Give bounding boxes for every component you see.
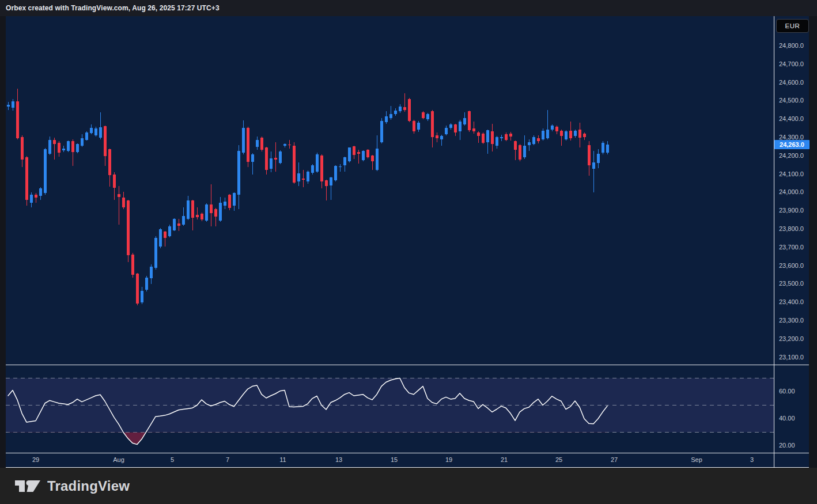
candle-body: [141, 291, 143, 302]
candle-body: [514, 141, 517, 150]
candle-body: [118, 194, 120, 197]
price-axis-label: 24,200.0: [779, 152, 804, 159]
candle-body: [537, 138, 540, 141]
candle-body: [592, 162, 595, 169]
time-axis-label: 13: [321, 456, 356, 463]
candle-body: [177, 223, 180, 225]
candle-body: [325, 180, 328, 186]
candle-body: [53, 140, 56, 144]
rsi-axis-label: 40.00: [779, 415, 795, 422]
candle-body: [279, 151, 282, 163]
price-axis-label: 23,800.0: [779, 225, 804, 232]
candle-body: [366, 150, 369, 157]
candle-body: [205, 204, 208, 221]
candle-body: [542, 131, 544, 139]
candle-body: [187, 200, 190, 218]
candle-body: [394, 111, 397, 115]
candle-body: [454, 124, 457, 132]
price-and-rsi-chart[interactable]: [6, 16, 809, 468]
candle-body: [532, 137, 535, 143]
candle-body: [413, 121, 415, 131]
time-axis-label: 27: [597, 456, 631, 463]
candle-body: [228, 195, 231, 208]
candle-body: [247, 128, 249, 162]
candle-body: [353, 146, 355, 154]
candle-wick: [340, 164, 341, 172]
price-axis-label: 23,900.0: [779, 207, 804, 214]
candle-body: [196, 215, 199, 218]
candle-body: [293, 146, 296, 182]
time-axis-label: 21: [487, 456, 521, 463]
candle-body: [389, 114, 392, 118]
candle-body: [131, 255, 134, 275]
candle-body: [122, 198, 125, 207]
tradingview-logo-icon[interactable]: [14, 478, 41, 494]
rsi-axis-label: 20.00: [779, 442, 795, 449]
candle-body: [164, 232, 167, 238]
time-axis-label: 3: [735, 456, 769, 463]
candle-body: [30, 195, 33, 203]
price-axis-label: 23,500.0: [779, 280, 804, 287]
candle-body: [449, 124, 452, 127]
candle-body: [35, 195, 37, 198]
candle-body: [104, 126, 107, 156]
currency-badge[interactable]: EUR: [776, 19, 809, 33]
candle-body: [256, 140, 259, 147]
price-axis-label: 23,100.0: [779, 354, 804, 361]
price-axis-label: 24,500.0: [779, 97, 804, 104]
time-axis-label: 5: [155, 456, 190, 463]
candle-body: [214, 209, 217, 217]
candle-body: [477, 132, 480, 137]
candle-body: [62, 149, 65, 150]
candle-body: [468, 111, 471, 130]
candle-body: [21, 137, 24, 159]
candle-body: [191, 200, 194, 218]
candle-body: [459, 122, 462, 131]
candle-body: [7, 105, 10, 107]
candle-body: [159, 229, 162, 247]
candle-wick: [119, 186, 119, 225]
candle-body: [408, 99, 411, 121]
candle-body: [602, 143, 604, 153]
candle-body: [127, 200, 130, 255]
candle-body: [136, 274, 139, 304]
candle-body: [597, 154, 600, 164]
candle-body: [99, 127, 102, 138]
time-axis-label: Sep: [679, 456, 714, 463]
candle-wick: [474, 122, 474, 134]
candle-body: [551, 126, 554, 130]
time-axis-label: 29: [18, 456, 53, 463]
candle-wick: [593, 151, 594, 193]
candle-body: [242, 128, 245, 153]
candle-body: [445, 128, 448, 135]
candle-body: [574, 131, 577, 137]
candle-body: [565, 131, 568, 139]
candle-body: [509, 134, 512, 137]
candle-body: [578, 130, 581, 138]
price-axis-label: 23,400.0: [779, 298, 804, 305]
candle-body: [560, 131, 563, 137]
candle-body: [16, 101, 19, 138]
candle-body: [44, 149, 47, 193]
candle-body: [25, 157, 28, 199]
time-axis-label: Aug: [101, 456, 136, 463]
candle-body: [76, 144, 79, 152]
price-axis-label: 24,800.0: [779, 42, 804, 49]
time-axis-label: 11: [266, 456, 300, 463]
candle-body: [376, 149, 379, 170]
candle-body: [108, 149, 111, 175]
candle-body: [334, 166, 337, 180]
candle-body: [505, 134, 508, 140]
last-price-badge: 24,263.0: [774, 140, 810, 149]
candle-body: [90, 128, 93, 134]
tradingview-brand-text[interactable]: TradingView: [47, 478, 130, 494]
candle-body: [67, 141, 70, 151]
candle-wick: [36, 193, 36, 203]
candle-body: [399, 107, 402, 111]
candle-body: [316, 154, 319, 172]
time-axis-label: 19: [432, 456, 466, 463]
candle-body: [12, 101, 14, 108]
candle-wick: [197, 207, 198, 219]
candle-body: [583, 134, 586, 138]
price-axis-label: 23,300.0: [779, 317, 804, 324]
